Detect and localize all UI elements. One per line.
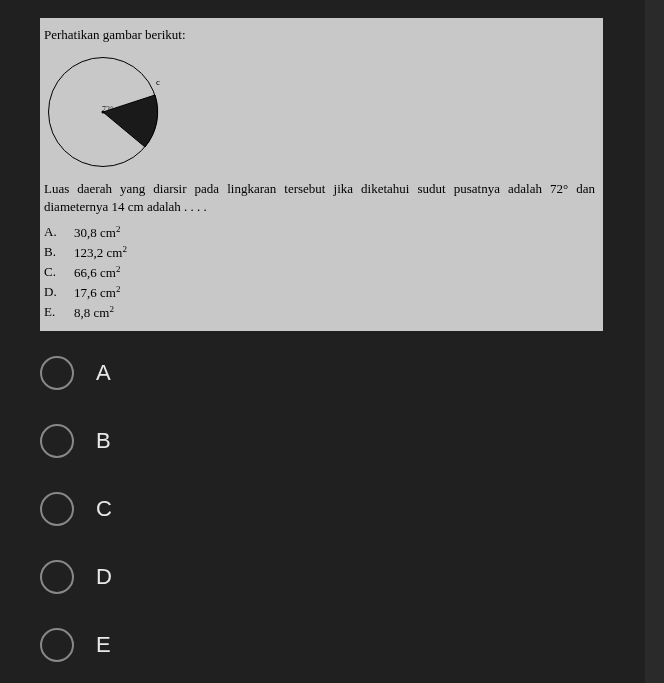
radio-icon[interactable]	[40, 560, 74, 594]
option-label: D	[96, 564, 112, 590]
diagram-label-c: c	[156, 76, 160, 89]
option-label: E	[96, 632, 111, 658]
option-d[interactable]: D	[40, 560, 645, 594]
answer-row: E. 8,8 cm2	[44, 303, 595, 323]
sector-shape	[48, 57, 168, 177]
radio-icon[interactable]	[40, 492, 74, 526]
radio-icon[interactable]	[40, 424, 74, 458]
answer-letter: B.	[44, 243, 74, 263]
question-header: Perhatikan gambar berikut:	[44, 26, 595, 44]
option-c[interactable]: C	[40, 492, 645, 526]
answer-value: 66,6 cm2	[74, 263, 120, 283]
answer-row: C. 66,6 cm2	[44, 263, 595, 283]
radio-icon[interactable]	[40, 356, 74, 390]
options-container: A B C D E	[40, 356, 645, 662]
answer-letter: C.	[44, 263, 74, 283]
option-e[interactable]: E	[40, 628, 645, 662]
answer-row: A. 30,8 cm2	[44, 223, 595, 243]
answer-letter: D.	[44, 283, 74, 303]
option-b[interactable]: B	[40, 424, 645, 458]
answer-row: D. 17,6 cm2	[44, 283, 595, 303]
circle-diagram: c 72°	[48, 52, 168, 172]
answer-value: 8,8 cm2	[74, 303, 114, 323]
right-sidebar	[645, 0, 664, 683]
option-a[interactable]: A	[40, 356, 645, 390]
answer-row: B. 123,2 cm2	[44, 243, 595, 263]
answer-letter: E.	[44, 303, 74, 323]
answer-value: 30,8 cm2	[74, 223, 120, 243]
option-label: B	[96, 428, 111, 454]
answer-letter: A.	[44, 223, 74, 243]
question-text: Luas daerah yang diarsir pada lingkaran …	[44, 180, 595, 216]
option-label: C	[96, 496, 112, 522]
answer-value: 123,2 cm2	[74, 243, 127, 263]
radio-icon[interactable]	[40, 628, 74, 662]
quiz-container: Perhatikan gambar berikut: c 72° Luas da…	[0, 0, 645, 683]
option-label: A	[96, 360, 111, 386]
question-answers-list: A. 30,8 cm2 B. 123,2 cm2 C. 66,6 cm2 D. …	[44, 223, 595, 324]
question-image-block: Perhatikan gambar berikut: c 72° Luas da…	[40, 18, 603, 331]
diagram-label-center: 72°	[102, 104, 113, 115]
answer-value: 17,6 cm2	[74, 283, 120, 303]
